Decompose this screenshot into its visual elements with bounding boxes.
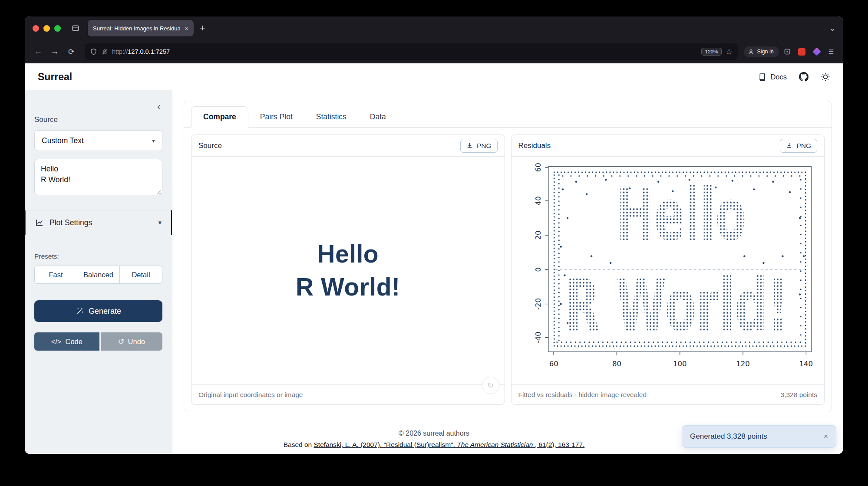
firefox-view-icon[interactable] [69, 21, 83, 35]
browser-tab-strip: Surreal: Hidden Images in Residuals × + … [25, 16, 843, 40]
extension-icon-3[interactable] [810, 45, 823, 58]
custom-text-textarea[interactable]: Hello R World! [34, 159, 162, 195]
based-on-text: Based on [284, 441, 314, 448]
window-minimize-button[interactable] [43, 25, 50, 32]
undo-button[interactable]: ↺ Undo [101, 332, 162, 351]
preset-balanced-button[interactable]: Balanced [77, 266, 120, 284]
book-icon [758, 73, 766, 81]
source-panel: Source PNG Hello R World! [191, 135, 505, 405]
collapse-sidebar-chevron-icon[interactable]: ‹ [157, 102, 161, 112]
page-title: Surreal [38, 71, 72, 83]
presets-segmented-control: Fast Balanced Detail [34, 266, 162, 284]
tab-pairs-plot[interactable]: Pairs Plot [248, 106, 304, 127]
residuals-scatter-plot[interactable]: Hello R World! [512, 157, 825, 384]
download-icon [786, 142, 792, 149]
window-close-button[interactable] [33, 25, 39, 32]
source-text-line-2: R World! [296, 271, 400, 303]
svg-text:0: 0 [534, 267, 542, 272]
toast-close-icon[interactable]: × [824, 432, 828, 441]
png-label: PNG [477, 142, 492, 150]
residuals-download-png-button[interactable]: PNG [780, 139, 817, 153]
lock-slash-icon[interactable] [101, 48, 108, 55]
tab-statistics[interactable]: Statistics [304, 106, 358, 127]
account-icon [748, 49, 754, 55]
residuals-panel: Residuals PNG [511, 135, 825, 405]
svg-text:120: 120 [736, 360, 750, 368]
reload-button[interactable]: ⟳ [64, 44, 79, 59]
sign-in-button[interactable]: Sign in [744, 46, 779, 57]
x-axis-labels: 60 80 100 120 140 [549, 360, 812, 368]
url-bar[interactable]: http://127.0.0.1:7257 120% ☆ [85, 43, 738, 60]
github-icon[interactable] [799, 72, 809, 82]
shield-icon[interactable] [90, 48, 97, 56]
hidden-text-r-world: R World! [564, 263, 788, 348]
window-controls [33, 25, 61, 32]
back-button[interactable]: ← [31, 44, 46, 59]
preset-fast-button[interactable]: Fast [34, 266, 77, 284]
citation-link[interactable]: Stefanski, L. A. (2007). "Residual (Sur)… [314, 441, 584, 448]
tab-compare[interactable]: Compare [191, 106, 248, 128]
svg-text:100: 100 [673, 360, 687, 368]
plot-settings-toggle[interactable]: Plot Settings ▾ [25, 210, 172, 235]
app-body: ‹ Source Custom Text ▾ Hello R World! Pl… [25, 90, 843, 454]
download-icon [466, 142, 473, 149]
tab-close-icon[interactable]: × [185, 25, 188, 32]
chart-line-icon [35, 218, 44, 227]
svg-text:20: 20 [534, 231, 542, 240]
browser-nav-bar: ← → ⟳ http://127.0.0.1:7257 120% ☆ Sign … [25, 40, 843, 63]
browser-tab[interactable]: Surreal: Hidden Images in Residuals × [88, 20, 194, 36]
url-text: http://127.0.0.1:7257 [112, 48, 170, 55]
svg-text:80: 80 [612, 360, 621, 368]
source-type-select[interactable]: Custom Text ▾ [34, 130, 162, 151]
code-label: Code [65, 338, 82, 346]
source-panel-title: Source [198, 141, 222, 150]
points-count: 3,328 points [781, 391, 817, 399]
new-tab-button[interactable]: + [200, 23, 205, 33]
menu-hamburger-icon[interactable]: ≡ [825, 46, 837, 57]
png-label: PNG [796, 142, 811, 150]
main-content: Compare Pairs Plot Statistics Data Sourc… [172, 90, 843, 454]
preset-detail-button[interactable]: Detail [120, 266, 162, 284]
presets-label: Presets: [34, 253, 162, 260]
source-panel-body: Hello R World! [191, 157, 505, 384]
code-button[interactable]: </> Code [34, 332, 99, 351]
svg-text:60: 60 [534, 163, 542, 172]
undo-label: Undo [128, 338, 145, 346]
extension-icon-1[interactable] [781, 45, 794, 58]
list-tabs-chevron-icon[interactable]: ⌄ [829, 24, 835, 33]
forward-button[interactable]: → [47, 44, 62, 59]
source-label: Source [34, 115, 162, 124]
theme-toggle-sun-icon[interactable] [821, 72, 830, 82]
source-text-line-1: Hello [296, 238, 400, 270]
svg-text:40: 40 [534, 196, 542, 205]
svg-text:-40: -40 [534, 332, 542, 343]
extension-icon-2[interactable] [795, 45, 809, 58]
source-download-png-button[interactable]: PNG [460, 139, 498, 153]
source-footer-caption: Original input coordinates or image [198, 391, 303, 399]
residuals-footer-caption: Fitted vs residuals - hidden image revea… [518, 391, 647, 399]
tab-bar: Compare Pairs Plot Statistics Data [184, 101, 832, 128]
reset-view-button[interactable]: ↻ [482, 377, 499, 394]
svg-text:-20: -20 [534, 298, 542, 310]
docs-link[interactable]: Docs [758, 73, 787, 81]
app-page: Surreal Docs ‹ Source Custom [25, 63, 843, 454]
hidden-text-hello: Hello [616, 174, 746, 257]
results-card: Compare Pairs Plot Statistics Data Sourc… [184, 101, 832, 412]
bookmark-star-icon[interactable]: ☆ [726, 47, 732, 56]
tab-title: Surreal: Hidden Images in Residuals [93, 25, 180, 32]
generate-button[interactable]: Generate [34, 300, 162, 322]
residuals-plot-area: Hello R World! [512, 157, 825, 384]
x-axis-ticks [554, 352, 806, 355]
tab-data[interactable]: Data [358, 106, 398, 127]
source-select-value: Custom Text [42, 136, 84, 145]
window-zoom-button[interactable] [54, 25, 61, 32]
sign-in-label: Sign in [757, 49, 774, 55]
toast-message: Generated 3,328 points [690, 432, 767, 441]
zoom-level-badge[interactable]: 120% [701, 48, 722, 56]
url-scheme: http:// [112, 48, 128, 55]
journal-name: The American Statistician [457, 441, 533, 448]
y-axis-ticks [545, 167, 548, 338]
toast-notification: Generated 3,328 points × [682, 425, 836, 448]
magic-wand-icon [76, 307, 84, 315]
plot-settings-label: Plot Settings [50, 218, 92, 227]
